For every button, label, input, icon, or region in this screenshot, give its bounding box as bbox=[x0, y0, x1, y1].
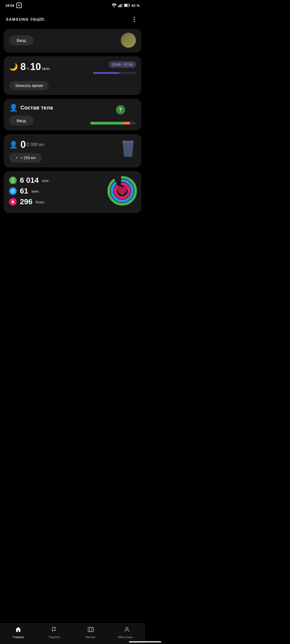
water-icon: 👤 bbox=[9, 141, 18, 149]
samsung-label: SAMSUNG bbox=[6, 17, 29, 21]
content-area: Ввод 🌙 8 ч 10 мин. 23:40 - 07:50 Записат… bbox=[0, 28, 145, 244]
sleep-card: 🌙 8 ч 10 мин. 23:40 - 07:50 Записать вре… bbox=[4, 56, 141, 95]
svg-rect-1 bbox=[118, 6, 119, 7]
water-cup-graphic bbox=[120, 139, 136, 158]
wifi-icon bbox=[112, 3, 117, 7]
sleep-minutes-unit: мин. bbox=[42, 66, 51, 71]
water-total: /2 000 мл bbox=[26, 142, 44, 147]
sleep-minutes: 10 bbox=[30, 61, 41, 72]
body-bar-orange bbox=[123, 122, 130, 125]
steps-unit: шаг. bbox=[42, 178, 49, 183]
body-bar bbox=[90, 122, 136, 125]
body-input-button[interactable]: Ввод bbox=[9, 116, 34, 126]
sleep-progress-bar bbox=[93, 72, 136, 74]
user-avatar bbox=[121, 33, 136, 48]
menu-dot bbox=[134, 21, 135, 22]
activity-card: 6 014 шаг. 61 мин. 296 Ккал bbox=[4, 171, 141, 213]
water-card: 👤 0 /2 000 мл ＋ + 250 мл bbox=[4, 134, 141, 167]
water-header: 👤 0 /2 000 мл bbox=[9, 139, 136, 150]
kcal-icon bbox=[9, 198, 17, 206]
svg-rect-2 bbox=[119, 5, 120, 7]
steps-value: 6 014 bbox=[20, 176, 39, 185]
sleep-hours-unit: ч bbox=[27, 66, 29, 71]
battery-percent: 62 % bbox=[132, 3, 140, 8]
status-right: 62 % bbox=[112, 3, 140, 8]
body-bar-green bbox=[90, 122, 123, 125]
status-bar: 19:04 31 62 % bbox=[0, 0, 145, 10]
body-title: Состав тела bbox=[20, 105, 53, 111]
plus-icon: ＋ bbox=[15, 155, 19, 160]
input-card: Ввод bbox=[4, 29, 141, 53]
kcal-value: 296 bbox=[20, 197, 32, 206]
app-logo: SAMSUNG Health bbox=[6, 17, 45, 22]
sleep-duration: 8 ч 10 мин. bbox=[20, 61, 51, 72]
minutes-unit: мин. bbox=[31, 189, 40, 193]
status-left: 19:04 31 bbox=[5, 3, 22, 8]
body-composition-card: 👤 Состав тела ? Ввод bbox=[4, 99, 141, 130]
minutes-value: 61 bbox=[20, 187, 28, 195]
heart-rings-graphic bbox=[107, 176, 137, 206]
sleep-time-section: 23:40 - 07:50 bbox=[93, 61, 136, 74]
question-badge: ? bbox=[116, 105, 125, 114]
minutes-icon bbox=[9, 187, 17, 195]
kcal-unit: Ккал bbox=[36, 200, 45, 204]
svg-rect-3 bbox=[121, 4, 121, 7]
calendar-icon: 31 bbox=[16, 3, 22, 8]
input-button[interactable]: Ввод bbox=[9, 35, 34, 45]
battery-icon bbox=[124, 4, 130, 7]
svg-point-7 bbox=[12, 178, 14, 180]
record-sleep-button[interactable]: Записать время bbox=[9, 81, 49, 90]
sleep-time-badge: 23:40 - 07:50 bbox=[109, 61, 136, 68]
app-header: SAMSUNG Health bbox=[0, 10, 145, 28]
menu-dot bbox=[134, 19, 135, 20]
svg-rect-6 bbox=[125, 5, 128, 6]
sleep-hours: 8 bbox=[20, 61, 26, 72]
sleep-bar-fill bbox=[93, 72, 119, 74]
body-icon: 👤 bbox=[9, 104, 18, 112]
status-time: 19:04 bbox=[5, 3, 14, 8]
svg-rect-4 bbox=[122, 3, 123, 7]
health-label: Health bbox=[31, 17, 45, 22]
add-water-button[interactable]: ＋ + 250 мл bbox=[9, 153, 42, 163]
water-current: 0 bbox=[20, 139, 26, 150]
sleep-icon: 🌙 bbox=[9, 63, 18, 71]
steps-icon bbox=[9, 177, 17, 184]
menu-dot bbox=[134, 17, 135, 18]
svg-point-0 bbox=[114, 6, 115, 7]
signal-icon bbox=[118, 3, 122, 7]
menu-button[interactable] bbox=[129, 14, 139, 24]
